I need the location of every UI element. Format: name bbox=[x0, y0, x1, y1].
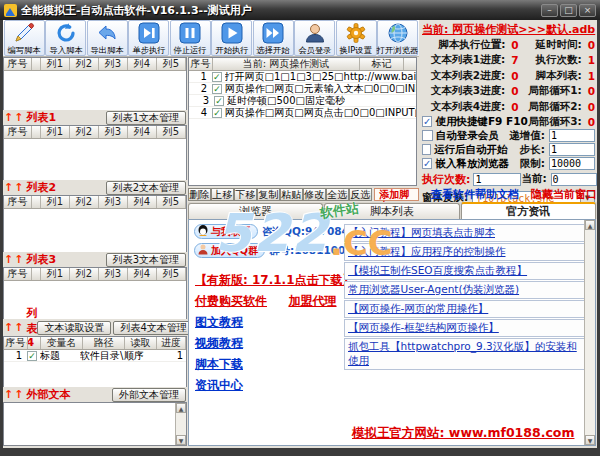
browser-icon bbox=[387, 22, 409, 44]
delete-button[interactable]: 删除 bbox=[188, 188, 211, 201]
list-body[interactable] bbox=[4, 139, 186, 180]
embed-browser-checkbox[interactable]: ✓ bbox=[422, 158, 432, 169]
script-row[interactable]: 4 ✓ 网页操作□网页□网页点击□0□0□INPUT□ID bbox=[189, 107, 416, 119]
minimize-button[interactable]: – bbox=[541, 4, 558, 17]
external-text-scrollbar[interactable]: ▲ ▼ bbox=[175, 403, 186, 445]
list2-manage-button[interactable]: 列表2文本管理 bbox=[106, 181, 186, 195]
check-icon: ✓ bbox=[215, 96, 223, 106]
close-button[interactable]: × bbox=[579, 4, 596, 17]
member-login-button[interactable]: 会员登录 bbox=[294, 20, 335, 56]
news-item[interactable]: 【网页操作-框架结构网页操作】 bbox=[344, 319, 586, 337]
step-size-input[interactable] bbox=[549, 143, 595, 156]
agency-link[interactable]: 加盟代理 bbox=[289, 294, 337, 308]
hide-window-link[interactable]: 隐藏当前窗口 bbox=[531, 187, 597, 202]
news-item[interactable]: 【入门教程】应用程序的控制操作 bbox=[344, 243, 586, 261]
list-body[interactable]: 1 ✓ 标题 软件目录\ 顺序 1 bbox=[4, 350, 186, 387]
invert-select-button[interactable]: 反选 bbox=[349, 188, 372, 201]
promo-links: 【有新版: 17.1.1点击下载】 付费购买软件 加盟代理 图文教程 视频教程 … bbox=[195, 272, 355, 398]
up-arrows-icon: ↑↑ bbox=[4, 181, 24, 194]
scroll-up-icon[interactable]: ▲ bbox=[585, 220, 595, 230]
modify-button[interactable]: 修改 bbox=[303, 188, 326, 201]
qq-group-badge[interactable]: 加入QQ群 bbox=[194, 243, 265, 258]
official-site-link[interactable]: 模拟王官方网站: www.mf0188.com bbox=[352, 425, 574, 442]
stop-run-button[interactable]: 停止运行 bbox=[170, 20, 211, 56]
news-item[interactable]: 【入门教程】网页填表点击脚本 bbox=[344, 224, 586, 242]
tab-script-list[interactable]: 脚本列表 bbox=[324, 203, 459, 219]
news-center-link[interactable]: 资讯中心 bbox=[195, 378, 243, 392]
text-list2-table: 序号 列1 列2 列3 列4 列5 bbox=[3, 195, 187, 252]
limit-input[interactable] bbox=[549, 157, 595, 170]
move-down-button[interactable]: 下移 bbox=[234, 188, 257, 201]
autostart-checkbox-row: 运行后自动开始 步长: bbox=[422, 143, 595, 157]
hotkey-checkbox[interactable]: ✓ bbox=[422, 116, 432, 127]
check-icon: ✓ bbox=[213, 72, 221, 82]
scroll-down-icon[interactable]: ▼ bbox=[585, 435, 595, 445]
add-script-button[interactable]: 添加脚本 bbox=[374, 188, 419, 201]
list-body[interactable] bbox=[4, 209, 186, 252]
external-text-area[interactable]: ▲ ▼ bbox=[3, 402, 187, 446]
exec-count-input[interactable] bbox=[473, 173, 521, 186]
list3-manage-button[interactable]: 列表3文本管理 bbox=[106, 253, 186, 267]
start-run-button[interactable]: 开始执行 bbox=[211, 20, 252, 56]
list1-section-header: ↑↑ 列表1 列表1文本管理 bbox=[3, 110, 187, 125]
list-body[interactable] bbox=[4, 71, 186, 110]
write-script-button[interactable]: 编写脚本 bbox=[4, 20, 45, 56]
news-item[interactable]: 【模拟王制作SEO百度搜索点击教程】 bbox=[344, 262, 586, 280]
row-checkbox[interactable]: ✓ bbox=[212, 84, 222, 94]
row-checkbox[interactable]: ✓ bbox=[212, 72, 222, 82]
change-ip-button[interactable]: 换IP设置 bbox=[336, 20, 377, 56]
status-row: 文本列表2进度:0 脚本列表:1 bbox=[422, 68, 595, 84]
tab-browser[interactable]: 浏览器 bbox=[188, 203, 323, 219]
autologin-checkbox[interactable] bbox=[422, 130, 433, 141]
tab-official-news[interactable]: 官方资讯 bbox=[461, 202, 596, 219]
row-checkbox[interactable]: ✓ bbox=[27, 351, 37, 361]
list1-manage-button[interactable]: 列表1文本管理 bbox=[106, 111, 186, 125]
news-item[interactable]: 常用浏览器User-Agent(伪装浏览器) bbox=[344, 281, 586, 299]
list4-section-header: ↑↑ 列表4 文本读取设置 列表4文本管理 bbox=[3, 319, 187, 336]
list3-section-header: ↑↑ 列表3 列表3文本管理 bbox=[3, 252, 187, 267]
current-script-link[interactable]: 当前: 网页操作测试>>>默认.adb bbox=[422, 22, 595, 37]
new-version-link[interactable]: 【有新版: 17.1.1点击下载】 bbox=[195, 273, 355, 287]
buy-software-link[interactable]: 付费购买软件 bbox=[195, 294, 267, 308]
list4-row[interactable]: 1 ✓ 标题 软件目录\ 顺序 1 bbox=[4, 350, 186, 362]
copy-button[interactable]: 复制 bbox=[257, 188, 280, 201]
qq-penguin-icon bbox=[198, 225, 208, 239]
import-script-button[interactable]: 导入脚本 bbox=[45, 20, 86, 56]
fast-forward-icon bbox=[262, 22, 284, 44]
text-read-settings-button[interactable]: 文本读取设置 bbox=[37, 321, 111, 335]
scroll-up-icon[interactable]: ▲ bbox=[176, 403, 186, 413]
select-start-button[interactable]: 选择开始 bbox=[253, 20, 294, 56]
current-count-input[interactable] bbox=[551, 173, 597, 186]
select-all-button[interactable]: 全选 bbox=[326, 188, 349, 201]
script-download-link[interactable]: 脚本下载 bbox=[195, 357, 243, 371]
open-browser-button[interactable]: 打开浏览器 bbox=[377, 20, 418, 56]
up-arrows-icon: ↑↑ bbox=[4, 388, 24, 401]
content-scrollbar[interactable]: ▲ ▼ bbox=[584, 220, 595, 445]
left-lists-panel: 序号 列1 列2 列3 列4 列5 ↑↑ 列表1 列表1文本管理 序号 列1 列… bbox=[3, 57, 187, 446]
scroll-down-icon[interactable]: ▼ bbox=[176, 435, 186, 445]
news-tab-content: 与我联系 咨询QQ:9470845 加入QQ群 群号:168110049 【有新… bbox=[188, 219, 596, 446]
video-tutorial-link[interactable]: 视频教程 bbox=[195, 336, 243, 350]
user-icon bbox=[304, 22, 326, 44]
increment-input[interactable] bbox=[549, 129, 595, 142]
row-checkbox[interactable]: ✓ bbox=[214, 96, 224, 106]
external-text-manage-button[interactable]: 外部文本管理 bbox=[112, 388, 186, 402]
news-item[interactable]: 抓包工具【httpwatchpro_9.3汉化版】的安装和使用 bbox=[344, 338, 586, 370]
autostart-checkbox[interactable] bbox=[422, 144, 431, 155]
check-icon: ✓ bbox=[28, 351, 36, 361]
qq-contact-badge[interactable]: 与我联系 bbox=[194, 224, 258, 239]
person-icon bbox=[198, 244, 208, 258]
up-arrows-icon: ↑↑ bbox=[4, 253, 24, 266]
move-up-button[interactable]: 上移 bbox=[211, 188, 234, 201]
paste-button[interactable]: 粘贴 bbox=[280, 188, 303, 201]
news-item[interactable]: 【网页操作-网页的常用操作】 bbox=[344, 300, 586, 318]
list4-manage-button[interactable]: 列表4文本管理 bbox=[113, 321, 193, 335]
image-tutorial-link[interactable]: 图文教程 bbox=[195, 315, 243, 329]
embed-browser-checkbox-row: ✓ 嵌入释放浏览器 限制: bbox=[422, 157, 595, 171]
help-doc-link[interactable]: 查看软件帮助文档 bbox=[431, 187, 519, 202]
text-list-table: 序号 列1 列2 列3 列4 列5 bbox=[3, 57, 187, 110]
export-script-button[interactable]: 导出脚本 bbox=[87, 20, 128, 56]
row-checkbox[interactable]: ✓ bbox=[212, 108, 222, 118]
single-step-button[interactable]: 单步执行 bbox=[128, 20, 169, 56]
maximize-button[interactable]: □ bbox=[560, 4, 577, 17]
